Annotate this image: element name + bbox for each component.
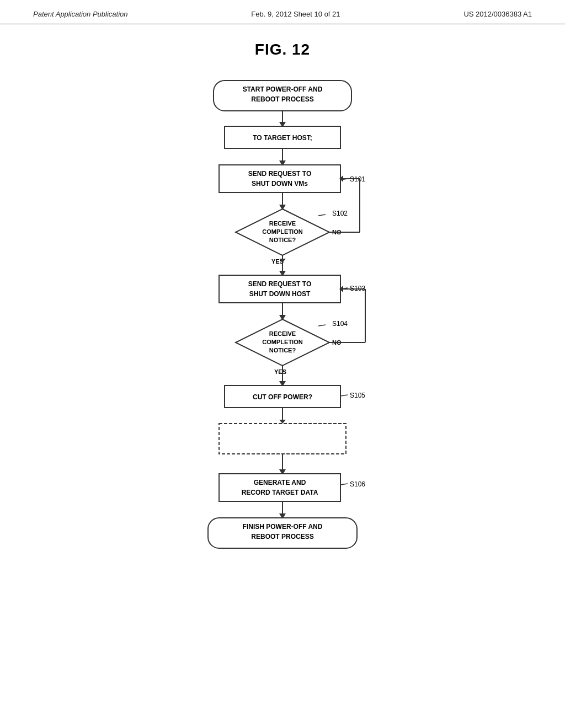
s105-label: S105 [350,392,365,399]
s102-diamond-text1: RECEIVE [269,220,296,227]
finish-text1: FINISH POWER-OFF AND [243,523,323,531]
svg-rect-17 [219,275,340,303]
s103-text2: SHUT DOWN HOST [249,290,311,298]
figure-title: FIG. 12 [0,41,565,58]
header-patent-number: US 2012/0036383 A1 [463,10,532,18]
s104-label: S104 [332,320,348,328]
s101-text2: SHUT DOWN VMs [252,180,308,188]
s105-text: CUT OFF POWER? [253,393,312,401]
svg-rect-6 [219,165,340,192]
page-header: Patent Application Publication Feb. 9, 2… [0,0,565,24]
s102-label: S102 [332,210,348,217]
svg-rect-30 [219,424,346,454]
target-host-text: TO TARGET HOST; [253,134,312,142]
s102-diamond-text2: COMPLETION [262,228,302,235]
flowchart: START POWER-OFF AND REBOOT PROCESS TO TA… [122,75,443,671]
start-node-text2: REBOOT PROCESS [251,95,313,103]
s106-text1: GENERATE AND [254,479,306,486]
s106-text2: RECORD TARGET DATA [242,489,318,496]
s101-text1: SEND REQUEST TO [248,170,311,178]
svg-rect-33 [219,474,340,501]
s103-text1: SEND REQUEST TO [248,280,311,288]
s104-diamond-text3: NOTICE? [269,347,296,354]
s106-label: S106 [350,480,365,488]
s104-yes-label: YES [274,368,286,375]
s104-diamond-text2: COMPLETION [262,339,302,345]
start-node-text: START POWER-OFF AND [243,85,323,93]
s104-diamond-text1: RECEIVE [269,330,296,337]
header-publication-label: Patent Application Publication [33,10,128,18]
svg-marker-29 [279,420,286,424]
s102-diamond-text3: NOTICE? [269,237,296,243]
header-date-sheet: Feb. 9, 2012 Sheet 10 of 21 [251,10,340,18]
finish-text2: REBOOT PROCESS [251,533,313,540]
